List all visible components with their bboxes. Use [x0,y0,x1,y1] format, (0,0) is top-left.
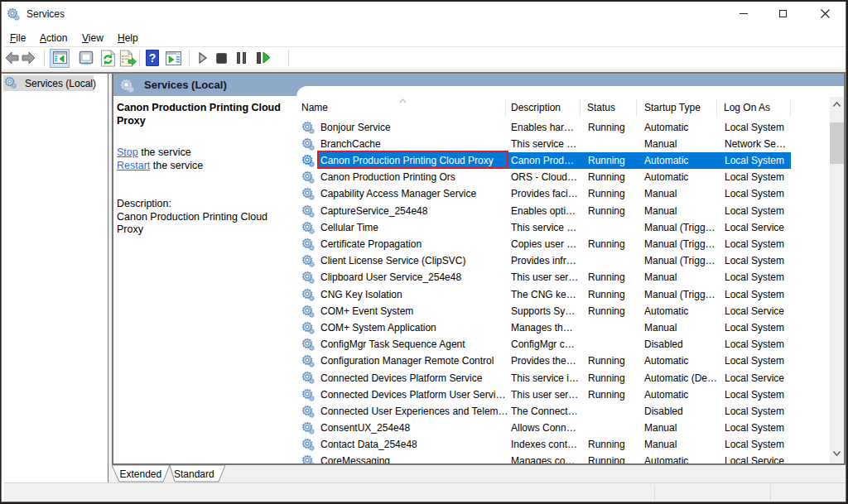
svg-text:Standard: Standard [174,468,214,480]
svg-text:Extended: Extended [120,468,162,480]
